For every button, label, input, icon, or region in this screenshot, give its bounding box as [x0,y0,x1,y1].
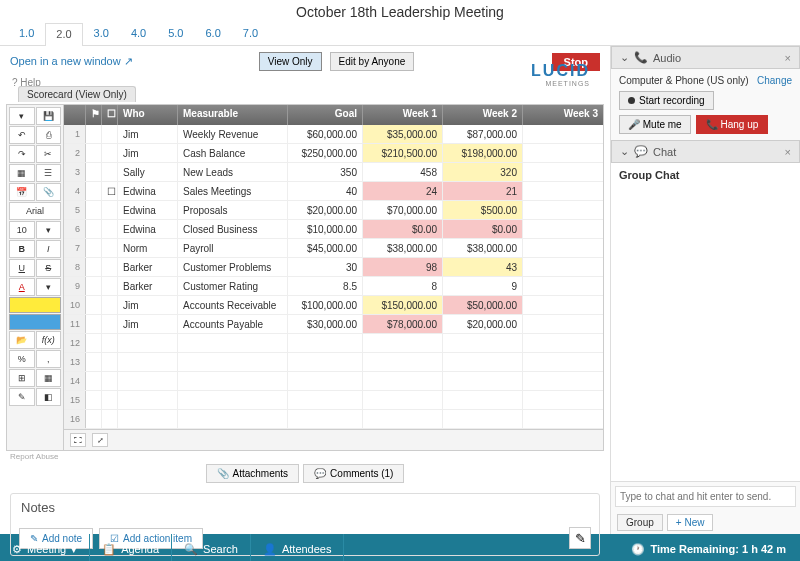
scorecard-tab[interactable]: Scorecard (View Only) [18,86,136,102]
row-checkbox[interactable] [102,353,118,371]
redo-icon[interactable]: ↷ [9,145,35,163]
font-size-select[interactable]: 10 [9,221,35,239]
row-checkbox[interactable] [102,239,118,257]
comments-button[interactable]: 💬Comments (1) [303,464,404,483]
table-row[interactable]: 1JimWeekly Revenue$60,000.00$35,000.00$8… [64,125,603,144]
table-row[interactable]: 10JimAccounts Receivable$100,000.00$150,… [64,296,603,315]
hang-up-button[interactable]: 📞 Hang up [696,115,769,134]
open-icon[interactable]: 📂 [9,331,35,349]
view-only-button[interactable]: View Only [259,52,322,71]
change-audio-link[interactable]: Change [757,75,792,86]
row-checkbox[interactable] [102,410,118,428]
table-row[interactable]: 2JimCash Balance$250,000.00$210,500.00$1… [64,144,603,163]
table-row[interactable]: 12 [64,334,603,353]
row-flag[interactable] [86,391,102,409]
merge-icon[interactable]: ⊞ [9,369,35,387]
agenda-tab-5.0[interactable]: 5.0 [157,22,194,45]
size-alt[interactable]: ▾ [36,221,62,239]
color-blue[interactable] [9,314,61,330]
agenda-tab-4.0[interactable]: 4.0 [120,22,157,45]
attachments-button[interactable]: 📎Attachments [206,464,300,483]
clip-icon[interactable]: 📎 [36,183,62,201]
row-checkbox[interactable] [102,258,118,276]
close-icon[interactable]: × [785,52,791,64]
row-checkbox[interactable] [102,391,118,409]
table-row[interactable]: 4☐EdwinaSales Meetings402421 [64,182,603,201]
row-flag[interactable] [86,220,102,238]
start-recording-button[interactable]: Start recording [619,91,714,110]
table-row[interactable]: 7NormPayroll$45,000.00$38,000.00$38,000.… [64,239,603,258]
row-flag[interactable] [86,277,102,295]
borders-icon[interactable]: ▦ [36,369,62,387]
table-row[interactable]: 3SallyNew Leads350458320 [64,163,603,182]
new-doc-icon[interactable]: ▾ [9,107,35,125]
row-checkbox[interactable] [102,315,118,333]
grid-icon[interactable]: ▦ [9,164,35,182]
row-flag[interactable] [86,315,102,333]
close-icon[interactable]: × [785,146,791,158]
brush-icon[interactable]: ✎ [9,388,35,406]
row-checkbox[interactable] [102,277,118,295]
row-flag[interactable] [86,353,102,371]
table-row[interactable]: 14 [64,372,603,391]
agenda-button[interactable]: 📋 Agenda [90,534,172,561]
edit-notes-button[interactable]: ✎ [569,527,591,549]
row-checkbox[interactable] [102,125,118,143]
row-checkbox[interactable] [102,201,118,219]
flag-column-icon[interactable]: ⚑ [86,105,102,125]
row-flag[interactable] [86,296,102,314]
row-flag[interactable] [86,182,102,200]
open-new-window-link[interactable]: Open in a new window ↗ [10,55,133,68]
row-flag[interactable] [86,125,102,143]
row-checkbox[interactable] [102,334,118,352]
mute-button[interactable]: 🎤 Mute me [619,115,691,134]
percent-button[interactable]: % [9,350,35,368]
row-checkbox[interactable] [102,144,118,162]
chat-tab-new[interactable]: + New [667,514,714,531]
comma-button[interactable]: , [36,350,62,368]
chat-tab-group[interactable]: Group [617,514,663,531]
table-row[interactable]: 6EdwinaClosed Business$10,000.00$0.00$0.… [64,220,603,239]
row-flag[interactable] [86,372,102,390]
attendees-button[interactable]: 👤 Attendees [251,534,345,561]
fullscreen-icon[interactable]: ⛶ [70,433,86,447]
fx-button[interactable]: f(x) [36,331,62,349]
color-yellow[interactable] [9,297,61,313]
report-abuse-link[interactable]: Report Abuse [0,451,610,462]
agenda-tab-6.0[interactable]: 6.0 [194,22,231,45]
italic-button[interactable]: I [36,240,62,258]
row-checkbox[interactable] [102,220,118,238]
table-row[interactable]: 5EdwinaProposals$20,000.00$70,000.00$500… [64,201,603,220]
fill-color-button[interactable]: ▾ [36,278,62,296]
print-icon[interactable]: ⎙ [36,126,62,144]
row-flag[interactable] [86,144,102,162]
text-color-button[interactable]: A [9,278,35,296]
strike-button[interactable]: S [36,259,62,277]
meeting-menu[interactable]: ⚙ Meeting ▾ [0,534,90,561]
row-flag[interactable] [86,239,102,257]
chat-input[interactable] [615,486,796,507]
cols-icon[interactable]: ☰ [36,164,62,182]
table-row[interactable]: 9BarkerCustomer Rating8.589 [64,277,603,296]
save-icon[interactable]: 💾 [36,107,62,125]
row-flag[interactable] [86,163,102,181]
table-row[interactable]: 16 [64,410,603,429]
font-select[interactable]: Arial [9,202,61,220]
row-checkbox[interactable]: ☐ [102,182,118,200]
row-checkbox[interactable] [102,163,118,181]
row-flag[interactable] [86,258,102,276]
agenda-tab-1.0[interactable]: 1.0 [8,22,45,45]
undo-icon[interactable]: ↶ [9,126,35,144]
row-checkbox[interactable] [102,372,118,390]
row-flag[interactable] [86,334,102,352]
table-row[interactable]: 11JimAccounts Payable$30,000.00$78,000.0… [64,315,603,334]
edit-by-anyone-button[interactable]: Edit by Anyone [330,52,415,71]
table-row[interactable]: 15 [64,391,603,410]
table-row[interactable]: 8BarkerCustomer Problems309843 [64,258,603,277]
cut-icon[interactable]: ✂ [36,145,62,163]
search-button[interactable]: 🔍 Search [172,534,251,561]
agenda-tab-3.0[interactable]: 3.0 [83,22,120,45]
eraser-icon[interactable]: ◧ [36,388,62,406]
agenda-tab-7.0[interactable]: 7.0 [232,22,269,45]
chevron-down-icon[interactable]: ⌄ [620,145,629,158]
